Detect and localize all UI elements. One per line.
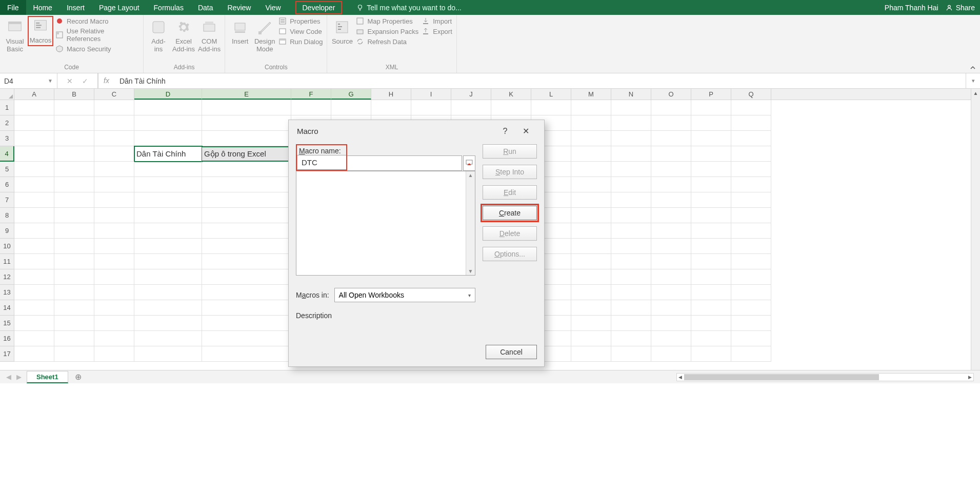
cell[interactable]	[14, 162, 54, 177]
cell[interactable]	[691, 223, 731, 239]
col-header[interactable]: O	[651, 89, 691, 100]
cell[interactable]	[691, 285, 731, 300]
cell[interactable]	[54, 131, 94, 146]
cell[interactable]	[571, 254, 611, 269]
dialog-help-button[interactable]: ?	[495, 127, 515, 136]
cell[interactable]	[14, 146, 54, 162]
cell[interactable]	[611, 146, 651, 162]
cell[interactable]: Dân Tài Chính	[134, 146, 202, 162]
cell[interactable]	[611, 223, 651, 239]
row-header[interactable]: 3	[0, 131, 14, 146]
cell[interactable]	[731, 146, 771, 162]
cell[interactable]	[611, 192, 651, 208]
cell[interactable]	[14, 269, 54, 285]
cell[interactable]	[611, 162, 651, 177]
cell[interactable]	[611, 285, 651, 300]
share-button[interactable]: Share	[946, 4, 975, 12]
cell[interactable]	[571, 131, 611, 146]
cell[interactable]	[202, 254, 291, 269]
cell[interactable]	[651, 192, 691, 208]
tab-developer[interactable]: Developer	[288, 0, 350, 15]
cell[interactable]	[571, 208, 611, 223]
cell[interactable]	[202, 162, 291, 177]
cell[interactable]	[611, 254, 651, 269]
cell[interactable]	[691, 331, 731, 346]
cell[interactable]	[54, 269, 94, 285]
cell[interactable]	[691, 239, 731, 254]
cell[interactable]	[202, 300, 291, 316]
cell[interactable]	[731, 239, 771, 254]
cell[interactable]	[54, 239, 94, 254]
cell[interactable]	[94, 100, 134, 115]
row-header[interactable]: 1	[0, 100, 14, 115]
cell[interactable]	[651, 254, 691, 269]
row-header[interactable]: 17	[0, 346, 14, 362]
cell[interactable]	[14, 300, 54, 316]
cell[interactable]	[134, 177, 202, 192]
cell[interactable]	[134, 239, 202, 254]
row-header[interactable]: 10	[0, 239, 14, 254]
cell[interactable]	[14, 346, 54, 362]
cell[interactable]	[202, 331, 291, 346]
user-name[interactable]: Pham Thanh Hai	[885, 4, 938, 12]
dropdown-icon[interactable]: ▼	[48, 78, 53, 84]
cell[interactable]	[731, 254, 771, 269]
cell[interactable]	[691, 131, 731, 146]
tab-formulas[interactable]: Formulas	[147, 0, 191, 15]
cell[interactable]	[134, 254, 202, 269]
cell[interactable]	[202, 115, 291, 131]
col-header[interactable]: I	[411, 89, 451, 100]
cell[interactable]	[731, 331, 771, 346]
cell[interactable]	[571, 177, 611, 192]
col-header[interactable]: N	[611, 89, 651, 100]
tab-data[interactable]: Data	[191, 0, 221, 15]
col-header[interactable]: C	[94, 89, 134, 100]
use-relative-references-button[interactable]: Use Relative References	[55, 27, 139, 43]
cell[interactable]	[14, 131, 54, 146]
cell[interactable]	[611, 346, 651, 362]
cell[interactable]	[731, 285, 771, 300]
cell[interactable]	[611, 100, 651, 115]
cell[interactable]	[691, 346, 731, 362]
collapse-dialog-icon[interactable]	[463, 155, 475, 171]
vertical-scrollbar[interactable]: ▲	[971, 89, 980, 370]
cell[interactable]	[691, 100, 731, 115]
cell[interactable]	[691, 192, 731, 208]
tab-insert[interactable]: Insert	[59, 0, 92, 15]
record-macro-button[interactable]: Record Macro	[55, 17, 139, 25]
cell[interactable]	[691, 162, 731, 177]
cell[interactable]	[54, 192, 94, 208]
run-dialog-button[interactable]: Run Dialog	[278, 37, 323, 46]
cell[interactable]	[94, 346, 134, 362]
col-header[interactable]: L	[531, 89, 571, 100]
cell[interactable]	[14, 177, 54, 192]
fx-label[interactable]: fx	[98, 73, 114, 88]
cell[interactable]	[691, 115, 731, 131]
select-all-corner[interactable]	[0, 89, 14, 100]
cell[interactable]	[611, 331, 651, 346]
cell[interactable]	[731, 162, 771, 177]
col-header[interactable]: M	[571, 89, 611, 100]
cell[interactable]	[134, 115, 202, 131]
cell[interactable]	[94, 208, 134, 223]
cell[interactable]	[731, 131, 771, 146]
cell[interactable]	[731, 192, 771, 208]
row-header[interactable]: 14	[0, 300, 14, 316]
cell[interactable]	[94, 131, 134, 146]
cell[interactable]	[94, 254, 134, 269]
cell[interactable]	[94, 115, 134, 131]
row-header[interactable]: 4	[0, 146, 14, 162]
cell[interactable]	[691, 254, 731, 269]
collapse-ribbon-icon[interactable]	[970, 65, 976, 71]
cell[interactable]	[611, 177, 651, 192]
cell[interactable]	[411, 100, 451, 115]
cell[interactable]	[54, 346, 94, 362]
sheet-nav-prev-icon[interactable]: ◀	[6, 373, 11, 381]
cell[interactable]	[451, 100, 491, 115]
col-header[interactable]: F	[291, 89, 331, 100]
import-button[interactable]: Import	[422, 17, 452, 25]
add-sheet-button[interactable]: ⊕	[73, 372, 84, 382]
cell[interactable]	[571, 346, 611, 362]
row-header[interactable]: 7	[0, 192, 14, 208]
cell[interactable]	[611, 208, 651, 223]
